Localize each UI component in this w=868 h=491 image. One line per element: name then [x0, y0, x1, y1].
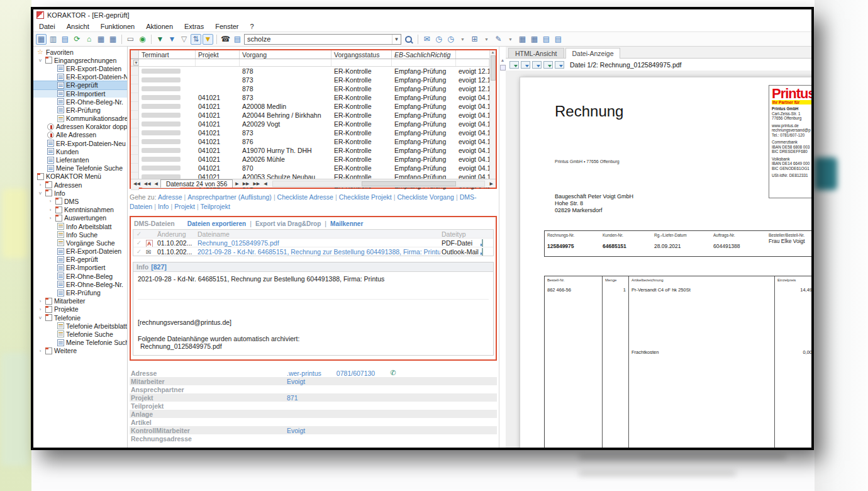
dms-file-row[interactable]: ✓✉01.10.202...2021-09-28 - Kd-Nr. 646851… [133, 247, 493, 256]
row-selector-cell[interactable] [131, 164, 139, 172]
pager-first-button[interactable]: ◀◀ [132, 181, 142, 186]
hscroll-left-icon[interactable]: ◀ [262, 181, 268, 186]
table-row[interactable]: 041021870ER-KontrolleEmpfang-Prüfungevoi… [131, 164, 489, 172]
sidebar-item-er-ohne-beleg-nr-[interactable]: ER-Ohne-Beleg-Nr. [33, 98, 127, 106]
search-document-icon[interactable]: ▤ [60, 34, 70, 45]
field-value-link[interactable]: Evoigt [287, 378, 305, 385]
table-clock-icon[interactable]: ▦ [108, 34, 118, 45]
menu-item-ansicht[interactable]: Ansicht [61, 23, 95, 30]
sort-icon[interactable]: ⇅ [191, 34, 201, 45]
row-selector-cell[interactable] [131, 155, 139, 164]
pdf-viewer[interactable]: Rechnung Printus Ihr Partner für Printus… [506, 71, 811, 448]
pager-prev-button[interactable]: ◀ [153, 181, 159, 186]
search-input[interactable]: scholze [247, 35, 392, 43]
menu-item-funktionen[interactable]: Funktionen [95, 23, 140, 30]
dms-file-link[interactable]: 2021-09-28 - Kd-Nr. 64685151, Rechnung z… [196, 248, 440, 256]
dms-mailkenner-link[interactable]: Mailkenner [330, 220, 363, 227]
chevron-down-icon[interactable]: ▼ [392, 35, 401, 44]
filter-cell[interactable] [240, 59, 331, 66]
table-row[interactable]: 041021876ER-KontrolleEmpfang-Prüfungevoi… [131, 137, 489, 146]
sidebar-item-telefonie[interactable]: vTelefonie [33, 313, 127, 322]
goto-link-checkliste-projekt[interactable]: Checkliste Projekt [339, 193, 392, 201]
chevron-right-icon[interactable]: › [37, 298, 43, 304]
grid-column-header[interactable]: Projekt [196, 50, 240, 59]
grid-vertical-scrollbar[interactable]: ▲ [489, 50, 496, 179]
print-icon[interactable]: ▭ [125, 34, 136, 45]
preview-monitor-icon[interactable] [481, 239, 493, 247]
phone-icon[interactable]: ✆ [390, 369, 396, 377]
filter-cell[interactable] [196, 59, 240, 66]
search-icon[interactable] [405, 36, 412, 43]
sidebar-item-info-suche[interactable]: Info Suche [33, 230, 127, 239]
table-row[interactable]: 041021873ER-KontrolleEmpfang-Prüfungevoi… [131, 128, 489, 137]
sidebar-item-er-importiert[interactable]: ER-Importiert [33, 89, 127, 98]
table-row[interactable]: 041021873ER-KontrolleEmpfang-Prüfungevoi… [131, 93, 489, 102]
sidebar-item-er-ohne-beleg[interactable]: ER-Ohne-Beleg [33, 272, 127, 280]
filter-colored-icon[interactable]: ▼ [203, 34, 213, 45]
sidebar-item-telefonie-arbeitsblatt[interactable]: Telefonie Arbeitsblatt [33, 322, 127, 330]
filter-cell[interactable] [392, 59, 456, 66]
save-icon[interactable]: ▥ [48, 34, 58, 45]
goto-link-info[interactable]: Info [158, 203, 169, 210]
tab-datei-anzeige[interactable]: Datei-Anzeige [565, 48, 621, 59]
sidebar-item-mitarbeiter[interactable]: ›Mitarbeiter [33, 297, 127, 305]
table-row[interactable]: 873ER-KontrolleEmpfang-Prüfungevoigt 12.… [131, 76, 489, 84]
row-selector-cell[interactable] [131, 128, 139, 137]
grid-column-header[interactable]: Vorgang [240, 50, 331, 59]
scrollbar-thumb[interactable] [362, 181, 456, 186]
sidebar-item-telefonie-suche[interactable]: Telefonie Suche [33, 330, 127, 338]
menu-item-extras[interactable]: Extras [179, 23, 209, 30]
grid-column-header[interactable]: Terminart [139, 50, 196, 59]
sidebar-item-info-arbeitsblatt[interactable]: Info Arbeitsblatt [33, 222, 127, 230]
scrollbar-thumb[interactable] [491, 55, 496, 81]
chevron-down-icon[interactable]: ▼ [505, 34, 516, 45]
file-first-icon[interactable] [509, 61, 519, 69]
file-prev-icon[interactable] [521, 61, 530, 69]
sidebar-item-weitere[interactable]: ›Weitere [33, 347, 127, 355]
pager-fast-next-button[interactable]: ▶▶ [242, 181, 251, 186]
row-selector-cell[interactable] [131, 93, 139, 102]
splitter-grid-icon[interactable] [500, 65, 506, 71]
grid-horizontal-scrollbar[interactable] [272, 181, 485, 187]
sidebar-item-favoriten[interactable]: ☆Favoriten [33, 48, 127, 56]
pager-last-button[interactable]: ▶▶ [252, 181, 261, 186]
chevron-down-icon[interactable]: ▼ [481, 34, 492, 45]
row-selector-cell[interactable] [131, 84, 139, 93]
chevron-down-icon[interactable]: v [37, 315, 43, 320]
phone-icon[interactable]: ☎ [220, 34, 231, 45]
outline-view-icon[interactable]: ▦ [36, 34, 47, 45]
row-selector-cell[interactable] [131, 102, 139, 111]
field-phone-link[interactable]: 0781/607130 [337, 370, 375, 377]
filter-icon-cell[interactable]: ▼ [131, 59, 139, 66]
chevron-right-icon[interactable]: › [37, 348, 43, 354]
chevron-down-icon[interactable]: ▼ [457, 34, 468, 45]
document-refresh-icon[interactable]: ▤ [553, 34, 564, 45]
menu-item-fenster[interactable]: Fenster [209, 23, 244, 30]
sidebar-item-er-export-dateien[interactable]: ER-Export-Dateien [33, 247, 127, 256]
table-row[interactable]: 041021A20029 VogtER-KontrolleEmpfang-Prü… [131, 120, 489, 128]
sidebar-item-er-ohne-beleg-nr-[interactable]: ER-Ohne-Beleg-Nr. [33, 280, 127, 288]
chevron-down-icon[interactable]: v [37, 190, 43, 196]
table-row[interactable]: 041021A20044 Behring / BirkhahnER-Kontro… [131, 111, 489, 120]
sidebar-item-alle-adressen[interactable]: Alle Adressen [33, 131, 127, 139]
file-export-icon[interactable] [543, 61, 553, 69]
time-add-icon[interactable]: ◷ [445, 34, 456, 45]
sidebar-item-koraktor-menü[interactable]: KORAKTOR Menü [33, 172, 127, 181]
document-add-icon[interactable]: ▤ [541, 34, 552, 45]
row-selector-cell[interactable] [131, 67, 139, 76]
note-edit-icon[interactable]: ✎ [493, 34, 504, 45]
goto-link-adresse[interactable]: Adresse [158, 193, 182, 201]
sidebar-item-kunden[interactable]: Kunden [33, 147, 127, 155]
sidebar-item-er-geprüft[interactable]: ER-geprüft [33, 256, 127, 264]
sidebar-item-meine-telefonie-suche[interactable]: Meine Telefonie Suche [33, 339, 127, 347]
sidebar-item-er-importiert[interactable]: ER-Importiert [33, 264, 127, 272]
sidebar-item-meine-telefonie-suche[interactable]: Meine Telefonie Suche [33, 164, 127, 172]
sidebar-item-projekte[interactable]: ›Projekte [33, 305, 127, 313]
filter-edit-icon[interactable]: ▼ [167, 34, 177, 45]
table-check-icon[interactable]: ▦ [517, 34, 528, 45]
sidebar-item-auswertungen[interactable]: ›Auswertungen [33, 214, 127, 222]
sidebar-item-eingangsrechnungen[interactable]: vEingangsrechnungen [33, 56, 127, 64]
grid-column-header[interactable]: EB-SachlichRichtig [392, 50, 456, 59]
sidebar-item-kenntnisnahmen[interactable]: ›Kenntnisnahmen [33, 206, 127, 214]
dms-col-aenderung[interactable]: Änderung [156, 230, 196, 238]
